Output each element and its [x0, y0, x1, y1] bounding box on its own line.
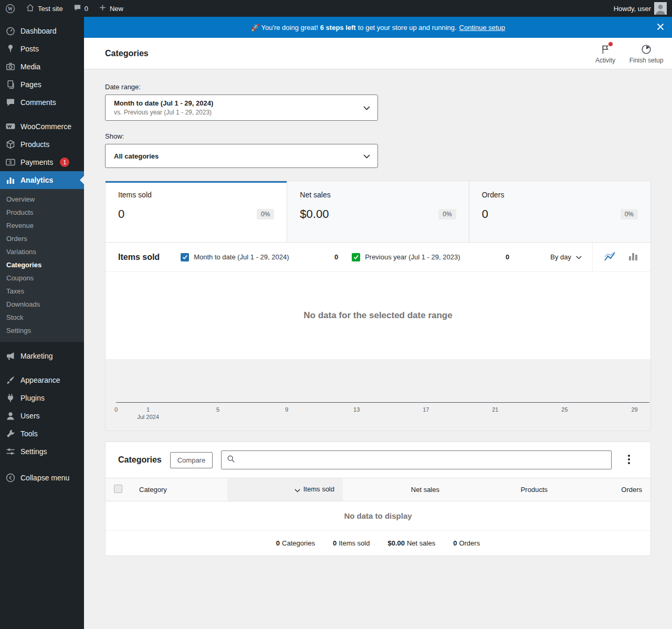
- legend-previous-period[interactable]: Previous year (Jul 1 - 29, 2023) 0: [352, 253, 509, 261]
- chart-plot-area: No data for the selected date range: [106, 272, 650, 359]
- sidebar-item-comments[interactable]: Comments: [0, 93, 84, 111]
- stat-value: 0: [482, 207, 488, 221]
- submenu-item-categories[interactable]: Categories: [0, 258, 84, 271]
- tab-orders[interactable]: Orders 0 0%: [469, 181, 650, 242]
- show-filter-label: Show:: [105, 132, 651, 140]
- sidebar-item-label: Marketing: [20, 352, 52, 360]
- page-title: Categories: [105, 49, 149, 58]
- column-header-category[interactable]: Category: [131, 478, 227, 501]
- sidebar-item-label: Analytics: [20, 176, 53, 184]
- summary-net-sales: $0.00Net sales: [387, 539, 435, 547]
- sidebar-item-media[interactable]: Media: [0, 58, 84, 76]
- summary-label: Items sold: [339, 539, 370, 547]
- categories-table-card: Categories Compare Category Items so: [105, 442, 651, 556]
- date-range-label: Date range:: [105, 83, 651, 91]
- sidebar-item-woocommerce[interactable]: WooCommerce: [0, 118, 84, 135]
- sidebar-item-label: Posts: [20, 45, 39, 53]
- activity-unread-dot: [608, 42, 613, 46]
- continue-setup-link[interactable]: Continue setup: [459, 24, 505, 32]
- column-header-net-sales[interactable]: Net sales: [343, 478, 448, 501]
- summary-orders: 0Orders: [453, 539, 480, 547]
- sidebar-item-label: Plugins: [20, 394, 45, 402]
- line-chart-button[interactable]: [601, 248, 619, 266]
- show-filter-value: All categories: [114, 152, 159, 160]
- submenu-item-orders[interactable]: Orders: [0, 232, 84, 245]
- package-icon: [5, 139, 16, 150]
- submenu-item-taxes[interactable]: Taxes: [0, 285, 84, 298]
- sidebar-item-label: Pages: [20, 80, 41, 89]
- sidebar-item-pages[interactable]: Pages: [0, 76, 84, 93]
- checkbox-checked-icon[interactable]: [352, 253, 360, 261]
- submenu-item-settings[interactable]: Settings: [0, 324, 84, 337]
- svg-text:W: W: [8, 6, 13, 11]
- user-icon: [5, 411, 16, 421]
- checkbox-checked-icon[interactable]: [181, 253, 189, 261]
- date-range-select[interactable]: Month to date (Jul 1 - 29, 2024) vs. Pre…: [105, 95, 378, 121]
- sidebar-item-settings[interactable]: Settings: [0, 443, 84, 460]
- comments-shortcut[interactable]: 0: [68, 0, 93, 17]
- camera-icon: [5, 61, 16, 72]
- column-header-orders[interactable]: Orders: [556, 478, 650, 501]
- sidebar-item-payments[interactable]: $ Payments 1: [0, 153, 84, 171]
- svg-text:$: $: [9, 159, 12, 165]
- payments-card-icon: $: [5, 157, 16, 167]
- submenu-item-stock[interactable]: Stock: [0, 311, 84, 324]
- submenu-item-downloads[interactable]: Downloads: [0, 298, 84, 311]
- submenu-item-revenue[interactable]: Revenue: [0, 219, 84, 232]
- banner-close-button[interactable]: [654, 21, 667, 34]
- activity-button[interactable]: Activity: [585, 39, 626, 67]
- comment-bubble-icon: [5, 97, 16, 108]
- table-options-button[interactable]: [620, 451, 638, 469]
- sidebar-item-label: WooCommerce: [20, 122, 71, 131]
- wrench-icon: [5, 428, 16, 439]
- legend-label: Previous year (Jul 1 - 29, 2023): [365, 253, 460, 261]
- submenu-item-overview[interactable]: Overview: [0, 193, 84, 206]
- chart-interval-select[interactable]: By day: [550, 253, 582, 261]
- submenu-item-coupons[interactable]: Coupons: [0, 271, 84, 285]
- legend-current-period[interactable]: Month to date (Jul 1 - 29, 2024) 0: [181, 253, 338, 261]
- report-chart-card: Items sold 0 0% Net sales $0.00 0% Order…: [105, 181, 651, 431]
- close-icon: [656, 23, 665, 33]
- column-header-products[interactable]: Products: [448, 478, 556, 501]
- sidebar-item-label: Products: [20, 140, 49, 149]
- sort-descending-icon: [295, 486, 300, 494]
- compare-button[interactable]: Compare: [170, 452, 213, 468]
- submenu-item-variations[interactable]: Variations: [0, 245, 84, 258]
- summary-value: $0.00: [387, 539, 405, 547]
- x-axis-sublabel: Jul 2024: [137, 414, 159, 420]
- tab-items-sold[interactable]: Items sold 0 0%: [106, 181, 287, 242]
- sidebar-item-dashboard[interactable]: Dashboard: [0, 22, 84, 40]
- new-content-button[interactable]: New: [93, 0, 129, 17]
- sidebar-item-appearance[interactable]: Appearance: [0, 371, 84, 389]
- pin-icon: [5, 44, 16, 54]
- site-name-link[interactable]: Test site: [20, 0, 68, 17]
- collapse-menu-button[interactable]: Collapse menu: [0, 469, 84, 487]
- sidebar-item-tools[interactable]: Tools: [0, 425, 84, 443]
- table-title: Categories: [118, 455, 162, 465]
- select-all-checkbox[interactable]: [114, 485, 122, 493]
- main-area: 🚀 You're doing great! 6 steps left to ge…: [84, 0, 672, 629]
- activity-flag-icon: [600, 43, 611, 56]
- payments-badge: 1: [60, 158, 69, 167]
- sidebar-item-users[interactable]: Users: [0, 407, 84, 425]
- chart-type-switcher: [592, 243, 650, 272]
- wordpress-logo[interactable]: W: [0, 0, 20, 17]
- chevron-down-icon: [576, 253, 582, 261]
- table-search[interactable]: [221, 450, 612, 469]
- banner-steps-left: 6 steps left: [320, 24, 356, 32]
- sidebar-item-posts[interactable]: Posts: [0, 40, 84, 58]
- submenu-item-products[interactable]: Products: [0, 206, 84, 219]
- search-input[interactable]: [239, 456, 606, 464]
- account-menu[interactable]: Howdy, user: [608, 0, 672, 17]
- sidebar-item-marketing[interactable]: Marketing: [0, 347, 84, 365]
- bar-chart-button[interactable]: [624, 248, 642, 266]
- column-header-items-sold[interactable]: Items sold: [227, 478, 343, 501]
- tab-net-sales[interactable]: Net sales $0.00 0%: [287, 181, 469, 242]
- category-show-select[interactable]: All categories: [105, 144, 378, 168]
- sidebar-item-products[interactable]: Products: [0, 135, 84, 153]
- sidebar-item-analytics[interactable]: Analytics: [0, 171, 84, 189]
- sidebar-item-plugins[interactable]: Plugins: [0, 389, 84, 407]
- finish-setup-button[interactable]: Finish setup: [626, 39, 667, 67]
- menu-separator: [0, 365, 84, 371]
- sidebar-item-label: Collapse menu: [20, 474, 69, 482]
